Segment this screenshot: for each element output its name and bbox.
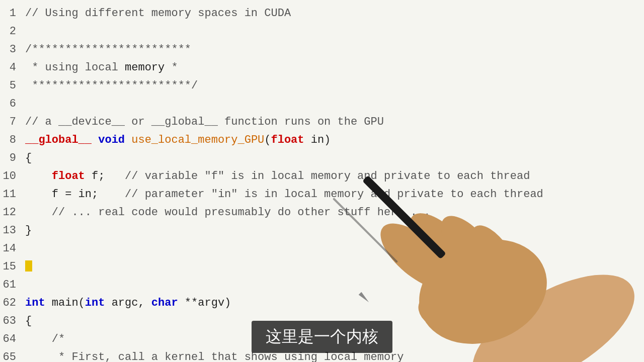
line-num-14: 14 — [0, 240, 25, 257]
line-num-65: 65 — [0, 349, 25, 362]
text-cursor — [25, 260, 32, 272]
code-line-15: 15 — [0, 258, 644, 277]
line-num-61: 61 — [0, 277, 25, 294]
line-num-11: 11 — [0, 186, 25, 203]
line-num-8: 8 — [0, 132, 25, 149]
line-num-3: 3 — [0, 41, 25, 58]
code-line-6: 6 — [0, 96, 644, 114]
line-content-4: * using local memory * — [25, 59, 178, 76]
line-content-9: { — [25, 150, 32, 167]
line-num-6: 6 — [0, 96, 25, 113]
code-line-3: 3 /************************ — [0, 41, 644, 59]
line-content-5: ************************/ — [25, 77, 198, 95]
line-content-7: // a __device__ or __global__ function r… — [25, 114, 384, 131]
code-line-2: 2 — [0, 23, 644, 41]
line-content-63: { — [25, 313, 32, 330]
line-num-10: 10 — [0, 168, 25, 185]
code-line-61: 61 — [0, 277, 644, 295]
line-content-12: // ... real code would presumably do oth… — [25, 204, 430, 221]
code-line-62: 62 int main(int argc, char **argv) — [0, 295, 644, 313]
code-line-8: 8 __global__ void use_local_memory_GPU(f… — [0, 132, 644, 150]
code-area: 1 // Using different memory spaces in CU… — [0, 0, 644, 362]
code-line-4: 4 * using local memory * — [0, 59, 644, 77]
line-num-2: 2 — [0, 23, 25, 40]
subtitle-text: 这里是一个内核 — [266, 327, 378, 345]
code-line-13: 13 } — [0, 222, 644, 240]
line-content-13: } — [25, 222, 32, 239]
code-line-9: 9 { — [0, 150, 644, 168]
line-num-1: 1 — [0, 5, 25, 22]
line-num-9: 9 — [0, 150, 25, 167]
code-line-7: 7 // a __device__ or __global__ function… — [0, 114, 644, 132]
line-num-7: 7 — [0, 114, 25, 131]
line-content-11: f = in; // parameter "in" is in local me… — [25, 186, 543, 203]
line-num-15: 15 — [0, 258, 25, 276]
line-num-64: 64 — [0, 331, 25, 348]
line-num-12: 12 — [0, 204, 25, 221]
line-num-4: 4 — [0, 59, 25, 76]
line-content-1: // Using different memory spaces in CUDA — [25, 5, 291, 22]
line-content-15 — [25, 258, 32, 276]
subtitle-box: 这里是一个内核 — [252, 321, 392, 353]
line-num-13: 13 — [0, 222, 25, 239]
line-num-5: 5 — [0, 77, 25, 95]
code-line-1: 1 // Using different memory spaces in CU… — [0, 5, 644, 23]
line-content-3: /************************ — [25, 41, 191, 58]
code-line-12: 12 // ... real code would presumably do … — [0, 204, 644, 222]
code-line-10: 10 float f; // variable "f" is in local … — [0, 168, 644, 186]
line-content-10: float f; // variable "f" is in local mem… — [25, 168, 530, 185]
line-num-63: 63 — [0, 313, 25, 330]
code-line-11: 11 f = in; // parameter "in" is in local… — [0, 186, 644, 204]
code-line-14: 14 — [0, 240, 644, 258]
code-line-5: 5 ************************/ — [0, 77, 644, 96]
line-content-8: __global__ void use_local_memory_GPU(flo… — [25, 132, 331, 149]
line-num-62: 62 — [0, 295, 25, 312]
line-content-62: int main(int argc, char **argv) — [25, 295, 231, 312]
line-content-64: /* — [25, 331, 65, 348]
